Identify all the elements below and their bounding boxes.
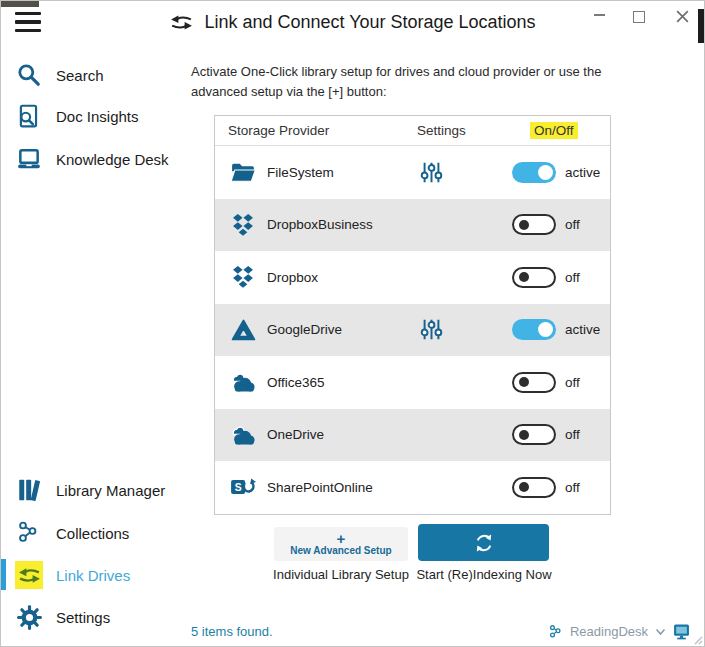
sidebar-label: Knowledge Desk <box>56 151 169 168</box>
knowledge-desk-icon <box>15 145 43 173</box>
sidebar-label: Collections <box>56 525 129 542</box>
statusbar-right: ReadingDesk <box>549 623 690 640</box>
provider-name: Office365 <box>267 375 386 390</box>
sidebar-label: Doc Insights <box>56 108 139 125</box>
toggle-wrap: off <box>512 214 610 235</box>
toggle-wrap: off <box>512 477 610 498</box>
sidebar-item-doc-insights[interactable]: Doc Insights <box>15 102 139 130</box>
provider-name: FileSystem <box>267 165 386 180</box>
storage-provider-table: Storage Provider Settings On/Off FileSys… <box>214 115 611 515</box>
toggle-state-label: off <box>565 480 580 495</box>
row-toggle[interactable] <box>512 424 556 445</box>
dropbox-icon <box>228 264 258 290</box>
sidebar-item-search[interactable]: Search <box>15 61 104 89</box>
dropbox-icon <box>228 212 258 238</box>
items-found-status: 5 items found. <box>191 624 273 639</box>
row-toggle[interactable] <box>512 477 556 498</box>
toggle-state-label: off <box>565 375 580 390</box>
table-row: FileSystem active <box>215 146 610 199</box>
refresh-icon <box>473 532 495 554</box>
table-row: DropboxBusiness off <box>215 199 610 252</box>
toggle-state-label: active <box>565 322 600 337</box>
table-row: OneDrive off <box>215 409 610 462</box>
sidebar-label: Search <box>56 67 104 84</box>
hamburger-menu-icon[interactable] <box>15 12 41 32</box>
monitor-icon[interactable] <box>673 623 690 640</box>
sidebar-item-collections[interactable]: Collections <box>15 519 129 547</box>
minimize-button[interactable] <box>587 5 611 25</box>
toggle-wrap: active <box>512 162 610 183</box>
sidebar-item-settings[interactable]: Settings <box>15 603 110 631</box>
toggle-wrap: active <box>512 319 610 340</box>
maximize-button[interactable] <box>629 9 649 25</box>
doc-insights-icon <box>15 102 43 130</box>
storage-table-body: FileSystem active DropboxBusiness <box>215 146 610 514</box>
provider-name: OneDrive <box>267 427 386 442</box>
sidebar-item-knowledge-desk[interactable]: Knowledge Desk <box>15 145 169 173</box>
row-toggle[interactable] <box>512 267 556 288</box>
header-onoff-highlighted: On/Off <box>530 122 578 139</box>
provider-name: Dropbox <box>267 270 386 285</box>
collections-icon <box>15 519 43 547</box>
table-header-row: Storage Provider Settings On/Off <box>215 116 610 146</box>
sharepoint-icon: S <box>228 474 258 500</box>
toggle-wrap: off <box>512 424 610 445</box>
gear-icon <box>15 603 43 631</box>
share-nodes-icon <box>549 625 563 639</box>
instruction-text: Activate One-Click library setup for dri… <box>191 62 616 101</box>
toggle-state-label: active <box>565 165 600 180</box>
table-row: Dropbox off <box>215 251 610 304</box>
filesystem-icon <box>228 159 258 185</box>
chevron-down-icon[interactable] <box>655 628 666 636</box>
close-button[interactable] <box>671 7 693 25</box>
sliders-icon[interactable] <box>420 161 443 184</box>
titlebar: Link and Connect Your Storage Locations <box>81 12 624 33</box>
app-name-label: ReadingDesk <box>570 624 648 639</box>
page-title: Link and Connect Your Storage Locations <box>204 12 535 33</box>
sidebar-label: Link Drives <box>56 567 130 584</box>
screenshot-artifact-topleft <box>1 1 39 7</box>
provider-name: SharePointOnline <box>267 480 386 495</box>
sidebar-label: Library Manager <box>56 482 165 499</box>
table-row: GoogleDrive active <box>215 304 610 357</box>
toggle-state-label: off <box>565 427 580 442</box>
toggle-state-label: off <box>565 270 580 285</box>
provider-name: GoogleDrive <box>267 322 386 337</box>
cloud-icon <box>228 422 258 448</box>
toggle-wrap: off <box>512 267 610 288</box>
provider-name: DropboxBusiness <box>267 217 386 232</box>
sliders-icon[interactable] <box>420 318 443 341</box>
toggle-wrap: off <box>512 372 610 393</box>
row-toggle[interactable] <box>512 162 556 183</box>
selected-item-indicator <box>1 559 6 590</box>
library-manager-icon <box>15 476 43 504</box>
link-arrows-icon <box>169 14 194 31</box>
search-icon <box>15 61 43 89</box>
row-toggle[interactable] <box>512 319 556 340</box>
resize-grip[interactable] <box>692 634 703 645</box>
sidebar-item-library-manager[interactable]: Library Manager <box>15 476 165 504</box>
svg-text:S: S <box>235 482 242 493</box>
plus-icon: + <box>337 532 346 545</box>
header-storage-provider: Storage Provider <box>228 123 417 138</box>
sidebar-label: Settings <box>56 609 110 626</box>
start-reindexing-button[interactable] <box>418 524 549 561</box>
start-reindexing-caption: Start (Re)Indexing Now <box>384 567 584 582</box>
app-window: Link and Connect Your Storage Locations … <box>0 0 705 647</box>
sidebar-item-link-drives[interactable]: Link Drives <box>15 561 130 589</box>
row-toggle[interactable] <box>512 372 556 393</box>
table-row: S SharePointOnline off <box>215 461 610 514</box>
link-drives-icon <box>15 561 43 589</box>
screenshot-artifact-topright <box>698 9 704 43</box>
toggle-state-label: off <box>565 217 580 232</box>
new-advanced-setup-label: New Advanced Setup <box>290 545 391 556</box>
new-advanced-setup-button[interactable]: + New Advanced Setup <box>274 527 408 561</box>
row-toggle[interactable] <box>512 214 556 235</box>
cloud-icon <box>228 369 258 395</box>
header-settings: Settings <box>417 123 530 138</box>
googledrive-icon <box>228 317 258 343</box>
table-row: Office365 off <box>215 356 610 409</box>
